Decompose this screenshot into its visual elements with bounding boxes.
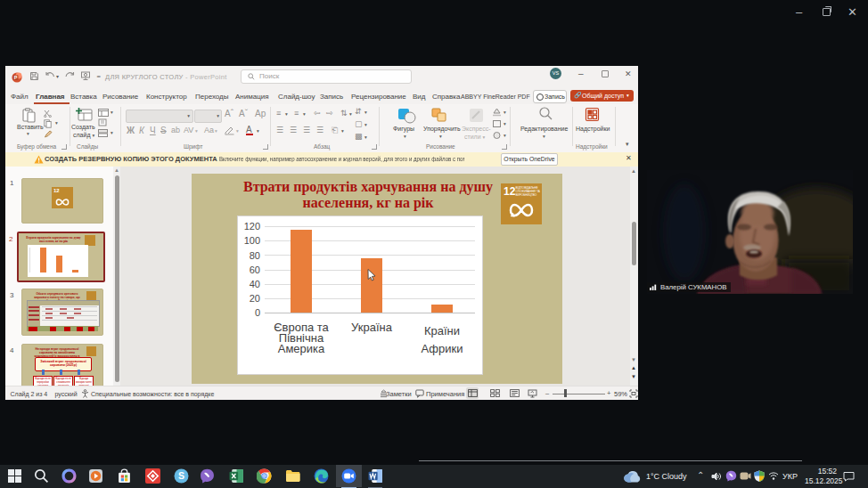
svg-text:S: S: [178, 470, 184, 481]
svg-text:P: P: [14, 75, 18, 80]
